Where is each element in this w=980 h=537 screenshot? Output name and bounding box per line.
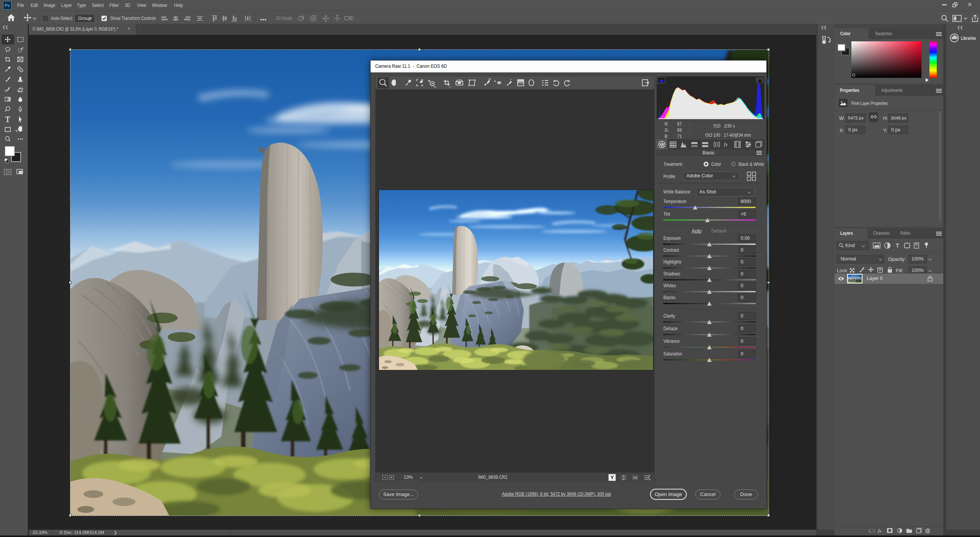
- svg-text:fx: fx: [724, 141, 728, 147]
- svg-text:T: T: [896, 242, 899, 249]
- svg-text:fx: fx: [878, 528, 881, 534]
